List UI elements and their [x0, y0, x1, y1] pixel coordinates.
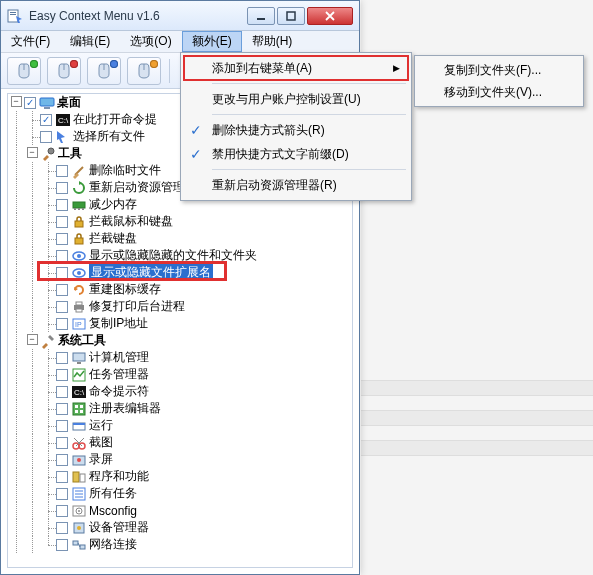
reg-icon: [71, 401, 87, 417]
svg-point-24: [77, 271, 81, 275]
tree-checkbox[interactable]: [56, 216, 68, 228]
svg-rect-39: [80, 410, 83, 413]
svg-text:IP: IP: [75, 321, 82, 328]
tree-row[interactable]: 拦截键盘: [8, 230, 352, 247]
svg-rect-20: [75, 238, 83, 244]
tree-expander[interactable]: −: [11, 96, 22, 107]
tree-row[interactable]: 拦截鼠标和键盘: [8, 213, 352, 230]
submenu-item[interactable]: 移动到文件夹(V)...: [418, 81, 580, 103]
tree-checkbox[interactable]: [56, 199, 68, 211]
menu-选项[interactable]: 选项(O): [120, 31, 181, 52]
tree-item-label: 选择所有文件: [73, 128, 145, 145]
tree-checkbox[interactable]: [24, 97, 36, 109]
menu-item[interactable]: 重新启动资源管理器(R): [184, 173, 408, 197]
tree-row[interactable]: IP复制IP地址: [8, 315, 352, 332]
menu-separator: [212, 114, 406, 115]
tree-row[interactable]: 注册表编辑器: [8, 400, 352, 417]
menu-item[interactable]: 更改与用户账户控制设置(U): [184, 87, 408, 111]
svg-rect-27: [76, 309, 82, 312]
menu-文件[interactable]: 文件(F): [1, 31, 60, 52]
tree-checkbox[interactable]: [56, 301, 68, 313]
eye-icon: [71, 248, 87, 264]
svg-rect-0: [8, 10, 18, 22]
svg-text:C:\: C:\: [74, 388, 85, 397]
tree-checkbox[interactable]: [56, 420, 68, 432]
tree-checkbox[interactable]: [56, 352, 68, 364]
tree-checkbox[interactable]: [56, 369, 68, 381]
tree-checkbox[interactable]: [56, 471, 68, 483]
tree-item-label: 在此打开命令提: [73, 111, 157, 128]
tree-row[interactable]: 录屏: [8, 451, 352, 468]
tree-item-label: 复制IP地址: [89, 315, 148, 332]
menu-item[interactable]: ✓禁用快捷方式文字前缀(D): [184, 142, 408, 166]
maximize-button[interactable]: [277, 7, 305, 25]
svg-rect-37: [80, 405, 83, 408]
tree-item-label: 系统工具: [58, 332, 106, 349]
close-button[interactable]: [307, 7, 353, 25]
svg-rect-2: [10, 14, 16, 15]
tree-checkbox[interactable]: [40, 131, 52, 143]
toolbar-button-2[interactable]: [47, 57, 81, 85]
tree-checkbox[interactable]: [56, 437, 68, 449]
tree-checkbox[interactable]: [56, 454, 68, 466]
tree-checkbox[interactable]: [56, 539, 68, 551]
tree-item-label: 程序和功能: [89, 468, 149, 485]
tree-expander[interactable]: −: [27, 334, 38, 345]
svg-rect-18: [82, 208, 84, 210]
tree-row[interactable]: C:\命令提示符: [8, 383, 352, 400]
svg-rect-16: [74, 208, 76, 210]
tree-row[interactable]: 网络连接: [8, 536, 352, 553]
tree-item-label: 拦截鼠标和键盘: [89, 213, 173, 230]
tree-row[interactable]: 显示或隐藏隐藏的文件和文件夹: [8, 247, 352, 264]
tree-row[interactable]: Msconfig: [8, 502, 352, 519]
menu-帮助[interactable]: 帮助(H): [242, 31, 303, 52]
tree-row[interactable]: 重建图标缓存: [8, 281, 352, 298]
toolbar-button-4[interactable]: [127, 57, 161, 85]
app-icon: [7, 8, 23, 24]
tree-checkbox[interactable]: [56, 165, 68, 177]
tree-checkbox[interactable]: [56, 267, 68, 279]
tree-row[interactable]: 修复打印后台进程: [8, 298, 352, 315]
tree-checkbox[interactable]: [56, 386, 68, 398]
tree-row[interactable]: 显示或隐藏文件扩展名: [8, 264, 352, 281]
tree-item-label: 命令提示符: [89, 383, 149, 400]
tree-checkbox[interactable]: [56, 284, 68, 296]
menu-编辑[interactable]: 编辑(E): [60, 31, 120, 52]
toolbar-button-1[interactable]: [7, 57, 41, 85]
svg-rect-10: [44, 107, 50, 109]
tree-row[interactable]: 计算机管理: [8, 349, 352, 366]
menu-额外[interactable]: 额外(E): [182, 31, 242, 52]
tree-expander[interactable]: −: [27, 147, 38, 158]
tree-row[interactable]: 运行: [8, 417, 352, 434]
devmgr-icon: [71, 520, 87, 536]
submenu-arrow-icon: ▶: [393, 63, 400, 73]
tree-checkbox[interactable]: [56, 182, 68, 194]
tree-row[interactable]: 设备管理器: [8, 519, 352, 536]
tree-row[interactable]: 截图: [8, 434, 352, 451]
tree-row[interactable]: −系统工具: [8, 332, 352, 349]
minimize-button[interactable]: [247, 7, 275, 25]
tree-checkbox[interactable]: [40, 114, 52, 126]
toolbar-button-3[interactable]: [87, 57, 121, 85]
tree-checkbox[interactable]: [56, 233, 68, 245]
tree-checkbox[interactable]: [56, 318, 68, 330]
svg-rect-35: [73, 403, 85, 415]
svg-rect-30: [73, 353, 85, 361]
minus-badge-icon: [70, 60, 78, 68]
menu-item-label: 重新启动资源管理器(R): [212, 177, 337, 194]
menu-item[interactable]: 添加到右键菜单(A)▶: [184, 56, 408, 80]
tree-checkbox[interactable]: [56, 403, 68, 415]
svg-rect-38: [75, 410, 78, 413]
tree-checkbox[interactable]: [56, 488, 68, 500]
menu-item-label: 更改与用户账户控制设置(U): [212, 91, 361, 108]
tree-item-label: 重建图标缓存: [89, 281, 161, 298]
tree-row[interactable]: 程序和功能: [8, 468, 352, 485]
restart-icon: [71, 180, 87, 196]
submenu-item[interactable]: 复制到文件夹(F)...: [418, 59, 580, 81]
menu-item[interactable]: ✓删除快捷方式箭头(R): [184, 118, 408, 142]
tree-checkbox[interactable]: [56, 250, 68, 262]
tree-row[interactable]: 所有任务: [8, 485, 352, 502]
tree-checkbox[interactable]: [56, 505, 68, 517]
tree-row[interactable]: 任务管理器: [8, 366, 352, 383]
tree-checkbox[interactable]: [56, 522, 68, 534]
